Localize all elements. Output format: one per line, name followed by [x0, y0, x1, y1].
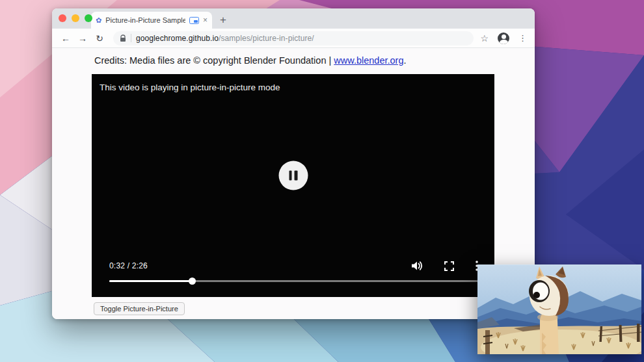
profile-avatar[interactable] — [498, 32, 509, 44]
tab-title: Picture-in-Picture Sample — [105, 16, 185, 24]
video-controls: 0:32 / 2:26 — [109, 261, 478, 271]
video-player[interactable]: This video is playing in picture-in-pict… — [92, 74, 494, 297]
address-bar[interactable]: googlechrome.github.io/samples/picture-i… — [113, 31, 474, 45]
zoom-window-button[interactable] — [85, 14, 92, 22]
bookmark-star-icon[interactable]: ☆ — [480, 33, 489, 44]
browser-tab[interactable]: ✿ Picture-in-Picture Sample × — [91, 12, 212, 29]
url-text: googlechrome.github.io/samples/picture-i… — [136, 34, 314, 43]
browser-window: ✿ Picture-in-Picture Sample × + ← → ↻ go… — [52, 8, 535, 319]
lock-icon — [120, 34, 126, 42]
credits-line: Credits: Media files are © copyright Ble… — [94, 55, 535, 66]
desktop-background: ✿ Picture-in-Picture Sample × + ← → ↻ go… — [0, 0, 644, 362]
omnibox-separator — [131, 34, 131, 42]
traffic-lights — [59, 14, 92, 22]
back-button[interactable]: ← — [59, 33, 73, 44]
credits-period: . — [403, 55, 406, 66]
seek-thumb[interactable] — [189, 278, 196, 285]
pip-overlay-message: This video is playing in picture-in-pict… — [100, 83, 280, 92]
toggle-pip-button[interactable]: Toggle Picture-in-Picture — [94, 302, 185, 315]
pip-window[interactable] — [477, 265, 641, 354]
fullscreen-button[interactable] — [444, 261, 454, 271]
browser-menu-icon[interactable]: ⋮ — [518, 33, 527, 43]
pause-icon — [289, 171, 292, 181]
tab-close-icon[interactable]: × — [203, 16, 208, 24]
url-domain: googlechrome.github.io — [136, 34, 219, 43]
minimize-window-button[interactable] — [72, 14, 79, 22]
close-window-button[interactable] — [59, 14, 66, 22]
page-content: Credits: Media files are © copyright Ble… — [52, 48, 535, 319]
new-tab-button[interactable]: + — [220, 14, 226, 25]
titlebar: ✿ Picture-in-Picture Sample × + — [52, 8, 535, 29]
pause-button[interactable] — [278, 161, 308, 190]
browser-toolbar: ← → ↻ googlechrome.github.io/samples/pic… — [52, 29, 535, 48]
toolbar-actions: ☆ ⋮ — [480, 32, 528, 44]
pip-video-frame — [477, 265, 641, 354]
url-path: /samples/picture-in-picture/ — [219, 34, 314, 43]
pause-icon — [295, 171, 298, 181]
reload-button[interactable]: ↻ — [92, 33, 107, 44]
blender-link[interactable]: www.blender.org — [334, 55, 403, 66]
time-display: 0:32 / 2:26 — [109, 261, 148, 270]
seek-fill — [109, 280, 192, 282]
pip-indicator-icon — [189, 17, 199, 24]
credits-text: Credits: Media files are © copyright Ble… — [94, 55, 334, 66]
tab-favicon-icon: ✿ — [96, 17, 101, 24]
seek-bar[interactable] — [109, 278, 478, 284]
volume-button[interactable] — [411, 261, 423, 271]
forward-button[interactable]: → — [75, 33, 90, 44]
